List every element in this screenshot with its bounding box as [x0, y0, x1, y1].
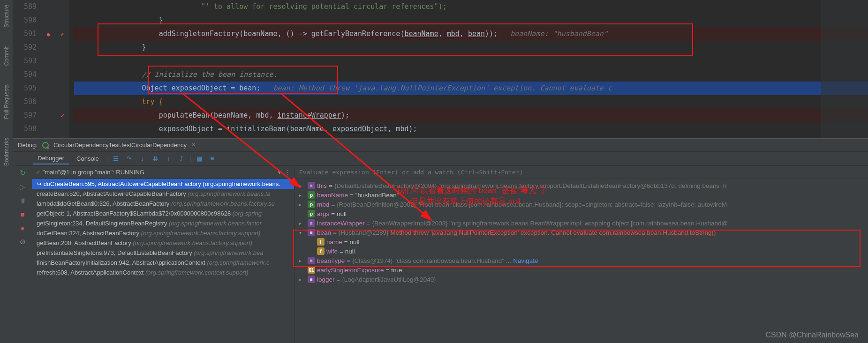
stack-frame[interactable]: getSingleton:234, DefaultSingletonBeanRe…	[32, 218, 294, 228]
show-execution-point-icon[interactable]: ☰	[111, 154, 121, 164]
variables-panel: ▸≡ this = {DefaultListableBeanFactory@20…	[294, 166, 868, 343]
stack-frame[interactable]: refresh:608, AbstractApplicationContext …	[32, 268, 294, 277]
step-over-icon[interactable]: ↷	[124, 154, 134, 164]
evaluate-icon[interactable]: ▦	[194, 154, 204, 164]
stack-frame[interactable]: ↪ doCreateBean:595, AbstractAutowireCapa…	[32, 179, 294, 189]
marker-gutter: ✔ ✔	[55, 0, 69, 138]
run-config-icon	[42, 142, 49, 149]
mute-breakpoints-icon[interactable]: ⊘	[20, 238, 26, 246]
drop-frame-icon[interactable]: ⤴	[176, 154, 187, 164]
rail-structure[interactable]: Structure	[3, 5, 10, 28]
rail-commit[interactable]: Commit	[3, 46, 10, 66]
code-text: "' to allow for resolving potential circ…	[201, 2, 447, 11]
inline-hint: bean: Method threw 'java.lang.NullPointe…	[273, 84, 611, 92]
trace-icon[interactable]: ≡	[207, 154, 218, 164]
stack-frame[interactable]: getBean:200, AbstractBeanFactory (org.sp…	[32, 238, 294, 248]
watch-input[interactable]	[299, 169, 863, 176]
step-out-icon[interactable]: ↑	[163, 154, 174, 164]
variables-tree[interactable]: ▸≡ this = {DefaultListableBeanFactory@20…	[294, 179, 868, 343]
stack-frame[interactable]: getObject:-1, AbstractBeanFactory$$Lambd…	[32, 209, 294, 218]
debug-panel: Debug: CircularDependencyTest.testCircul…	[13, 138, 868, 343]
stack-frame[interactable]: lambda$doGetBean$0:326, AbstractBeanFact…	[32, 199, 294, 209]
tab-debugger[interactable]: Debugger	[33, 153, 69, 164]
rerun-icon[interactable]: ↻	[20, 169, 26, 177]
debug-label: Debug:	[18, 142, 38, 149]
stack-frame[interactable]: finishBeanFactoryInitialization:942, Abs…	[32, 258, 294, 268]
close-icon[interactable]: ✕	[191, 142, 196, 148]
watermark: CSDN @ChinaRainbowSea	[765, 331, 859, 339]
resume-icon[interactable]: ▷	[20, 183, 25, 191]
left-tool-rail: Structure Commit Pull Requests Bookmarks	[0, 0, 13, 343]
force-step-into-icon[interactable]: ⇊	[150, 154, 160, 164]
code-editor[interactable]: 589 590 591 592 593 594 595 596 597 598 …	[13, 0, 868, 138]
minimap[interactable]	[821, 0, 868, 138]
check-icon: ✔	[60, 30, 64, 37]
rail-bookmarks[interactable]: Bookmarks	[3, 138, 10, 166]
view-breakpoints-icon[interactable]: ●	[20, 224, 24, 232]
debug-config-name[interactable]: CircularDependencyTest.testCircularDepen…	[53, 142, 187, 149]
breakpoint-icon[interactable]: ●	[47, 31, 50, 37]
step-into-icon[interactable]: ↓	[137, 154, 147, 164]
thread-selector[interactable]: "main"@1 in group "main": RUNNING	[43, 169, 144, 176]
stack-frame[interactable]: preInstantiateSingletons:973, DefaultLis…	[32, 248, 294, 258]
breakpoint-gutter[interactable]: ●	[41, 0, 55, 138]
frames-list[interactable]: ↪ doCreateBean:595, AbstractAutowireCapa…	[32, 179, 294, 343]
check-icon: ✔	[60, 112, 64, 119]
rail-pull-requests[interactable]: Pull Requests	[3, 84, 10, 119]
inline-hint: beanName: "husbandBean"	[510, 30, 608, 38]
pause-icon[interactable]: ⏸	[19, 197, 26, 205]
stack-frame[interactable]: doGetBean:324, AbstractBeanFactory (org.…	[32, 228, 294, 238]
line-number-gutter: 589 590 591 592 593 594 595 596 597 598	[13, 0, 41, 138]
filter-icon[interactable]: ▼	[277, 169, 283, 176]
stack-frame[interactable]: createBean:520, AbstractAutowireCapableB…	[32, 189, 294, 199]
stop-icon[interactable]: ■	[20, 210, 24, 218]
more-icon[interactable]: ⋮	[284, 169, 290, 176]
frames-panel: ✓ "main"@1 in group "main": RUNNING ▼ ⋮ …	[32, 166, 294, 343]
tab-console[interactable]: Console	[72, 153, 104, 164]
navigate-link[interactable]: Navigate	[513, 257, 538, 264]
